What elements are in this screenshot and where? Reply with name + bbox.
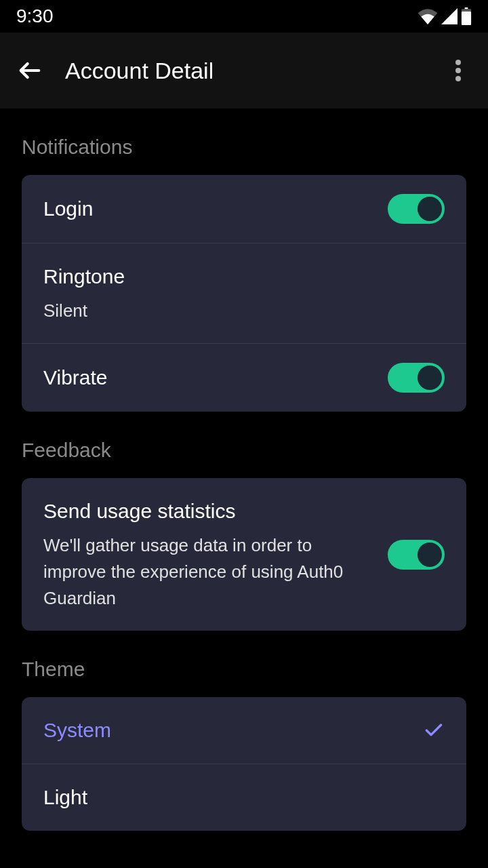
theme-system-row[interactable]: System: [22, 697, 466, 764]
notifications-header: Notifications: [22, 108, 466, 175]
wifi-icon: [418, 8, 438, 24]
signal-icon: [441, 8, 458, 24]
theme-system-title: System: [43, 716, 423, 745]
toggle-thumb: [418, 366, 442, 390]
battery-icon: [461, 7, 472, 25]
status-time: 9:30: [16, 5, 54, 27]
vibrate-toggle[interactable]: [388, 363, 445, 393]
app-bar: Account Detail: [0, 33, 488, 108]
status-bar: 9:30: [0, 0, 488, 33]
usage-stats-title: Send usage statistics: [43, 497, 374, 526]
vibrate-row[interactable]: Vibrate: [22, 344, 466, 412]
check-icon: [423, 719, 445, 741]
status-icons: [418, 7, 472, 25]
vibrate-title: Vibrate: [43, 363, 388, 392]
svg-point-4: [455, 68, 461, 73]
feedback-header: Feedback: [22, 412, 466, 478]
ringtone-row[interactable]: Ringtone Silent: [22, 243, 466, 344]
svg-rect-0: [465, 7, 468, 9]
more-vertical-icon: [455, 60, 461, 81]
theme-light-title: Light: [43, 783, 445, 812]
toggle-thumb: [418, 197, 442, 221]
usage-stats-row[interactable]: Send usage statistics We'll gather usage…: [22, 478, 466, 631]
login-title: Login: [43, 195, 388, 223]
toggle-thumb: [418, 542, 442, 567]
ringtone-subtitle: Silent: [43, 298, 445, 324]
content: Notifications Login Ringtone Silent Vibr…: [0, 108, 488, 831]
more-menu-button[interactable]: [439, 52, 477, 90]
item-text: Light: [43, 783, 445, 812]
item-text: Login: [43, 195, 388, 223]
notifications-card: Login Ringtone Silent Vibrate: [22, 175, 466, 412]
ringtone-title: Ringtone: [43, 262, 445, 291]
arrow-left-icon: [16, 57, 43, 84]
login-row[interactable]: Login: [22, 175, 466, 243]
item-text: Send usage statistics We'll gather usage…: [43, 497, 388, 612]
usage-stats-toggle[interactable]: [388, 540, 445, 570]
theme-header: Theme: [22, 631, 466, 697]
login-toggle[interactable]: [388, 194, 445, 224]
theme-light-row[interactable]: Light: [22, 764, 466, 831]
item-text: System: [43, 716, 423, 745]
item-text: Ringtone Silent: [43, 262, 445, 324]
page-title: Account Detail: [65, 58, 439, 84]
svg-point-3: [455, 60, 461, 65]
svg-rect-2: [462, 12, 471, 25]
item-text: Vibrate: [43, 363, 388, 392]
svg-point-5: [455, 76, 461, 81]
theme-card: System Light: [22, 697, 466, 831]
back-button[interactable]: [11, 52, 49, 90]
usage-stats-subtitle: We'll gather usage data in order to impr…: [43, 532, 374, 612]
feedback-card: Send usage statistics We'll gather usage…: [22, 478, 466, 631]
